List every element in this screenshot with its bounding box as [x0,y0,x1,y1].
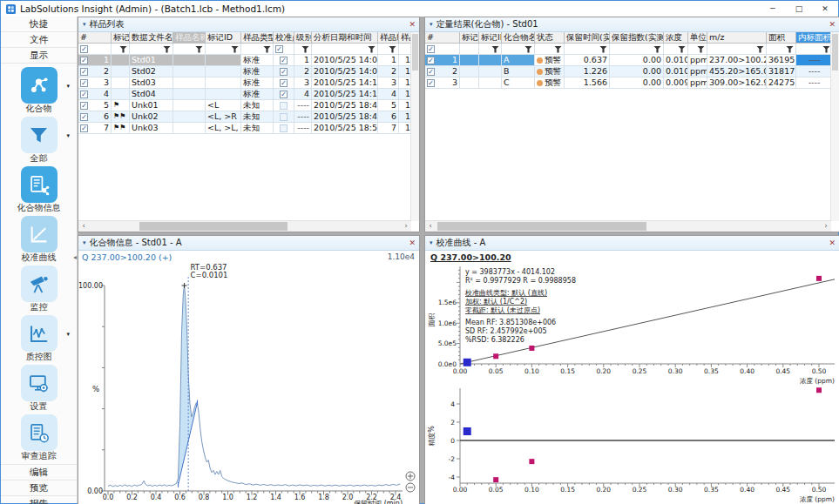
table-cell[interactable] [460,66,479,77]
table-cell[interactable] [112,77,130,89]
table-cell[interactable]: 1 [294,55,312,66]
table-cell[interactable]: ✓3 [425,77,460,89]
horizontal-scrollbar[interactable]: ‹ › [425,220,831,232]
table-cell[interactable]: 未知 [241,123,274,134]
checkbox[interactable]: ✓ [280,79,288,87]
table-cell[interactable]: ✓1 [425,55,460,66]
filter-funnel-icon[interactable] [524,46,532,53]
sidebar-tab-2[interactable]: 文件 [1,32,77,48]
table-cell[interactable] [460,77,479,89]
column-header[interactable]: 标记 [112,32,130,44]
table-cell[interactable]: 2010/5/25 18:45:59 [312,100,378,111]
checkbox[interactable]: ✓ [427,68,435,76]
table-cell[interactable]: 未知 [241,111,274,123]
column-header[interactable]: 级别 [294,32,312,44]
residual-point[interactable] [493,477,498,482]
filter-funnel-icon[interactable] [231,46,239,53]
table-cell[interactable]: ppm [688,55,707,66]
table-row[interactable]: ✓5⚑Unk01<L未知----2010/5/25 18:45:5951 [78,100,413,111]
filter-cell[interactable] [767,44,796,55]
column-header[interactable]: 样品瓶 [378,32,399,44]
close-icon[interactable]: ✕ [829,21,836,29]
table-cell[interactable]: 2 [294,66,312,77]
filter-funnel-icon[interactable] [653,46,661,53]
sidebar-tool-6[interactable]: ▾质控图 [1,315,77,362]
sidebar-bottom-tab-3[interactable]: 报告 [1,495,77,504]
close-icon[interactable]: ✕ [409,239,416,247]
table-cell[interactable] [460,55,479,66]
table-cell[interactable]: ✓ [274,66,294,77]
table-cell[interactable] [173,77,206,89]
checkbox[interactable]: ✓ [280,68,288,76]
dropdown-arrow-icon[interactable]: ▾ [66,83,70,90]
table-cell[interactable]: ---- [796,77,833,89]
scrollbar-thumb[interactable] [139,222,288,231]
sidebar-tool-3[interactable]: 化合物信息 [1,166,77,213]
filter-funnel-icon[interactable] [599,46,607,53]
filter-cell[interactable] [502,44,535,55]
checkbox[interactable]: ✓ [80,124,88,132]
filter-cell[interactable] [610,44,664,55]
close-icon[interactable]: ✕ [409,21,416,29]
filter-funnel-icon[interactable] [163,46,171,53]
table-cell[interactable]: ✓5 [78,100,112,111]
table-cell[interactable] [274,111,294,123]
column-header[interactable]: 标记ID [206,32,241,44]
table-cell[interactable]: 5 [378,100,399,111]
collapse-icon[interactable]: ▾ [430,21,433,28]
collapse-icon[interactable]: ▾ [430,239,433,246]
column-header[interactable]: 标记ID [479,32,502,44]
vertical-scrollbar[interactable] [410,32,419,221]
scroll-left-icon[interactable]: ‹ [78,221,89,232]
table-cell[interactable]: 0.00 [610,77,664,89]
table-cell[interactable]: ---- [796,66,833,77]
filter-cell[interactable] [535,44,565,55]
table-cell[interactable] [173,123,206,134]
table-cell[interactable]: ppm [688,77,707,89]
filter-funnel-icon[interactable] [263,46,271,53]
table-cell[interactable]: Unk02 [130,111,173,123]
calibration-point[interactable] [493,353,498,359]
table-row[interactable]: ✓1A预警0.6370.000.0101ppm237.00>100.203619… [425,55,833,66]
table-cell[interactable]: 7 [378,123,399,134]
sidebar-tool-4[interactable]: 校准曲线 [1,216,77,263]
sidebar-bottom-tab-2[interactable]: 预览 [1,480,77,495]
table-cell[interactable]: 预警 [535,77,565,89]
filter-cell[interactable] [112,44,130,55]
table-cell[interactable]: 0.0101 [664,55,688,66]
filter-cell[interactable] [312,44,378,55]
zoom-in-button[interactable] [406,472,415,480]
table-cell[interactable]: 237.00>100.20 [707,55,767,66]
sidebar-tool-5[interactable]: 监控 [1,265,77,312]
filter-cell[interactable] [796,44,833,55]
column-header[interactable]: # [425,32,460,44]
table-cell[interactable]: 3 [294,77,312,89]
checkbox[interactable]: ✓ [80,102,88,110]
checkbox[interactable]: ✓ [280,91,288,98]
column-header[interactable]: 数据文件名 [130,32,173,44]
filter-cell[interactable] [664,44,688,55]
table-cell[interactable] [112,89,130,100]
filter-funnel-icon[interactable] [822,46,830,53]
table-cell[interactable]: 24275 [767,77,796,89]
table-cell[interactable]: <L, >R [206,111,241,123]
table-cell[interactable]: ✓4 [78,89,112,100]
table-cell[interactable]: 2010/5/25 14:07:00 [312,66,378,77]
checkbox[interactable]: ✓ [80,79,88,87]
close-icon[interactable]: ✕ [829,239,836,247]
filter-cell[interactable]: ✓ [425,44,460,55]
table-cell[interactable]: 4 [378,89,399,100]
sidebar-tool-1[interactable]: ▾化合物 [1,67,77,114]
table-cell[interactable]: ⚑⚑ [112,111,130,123]
table-cell[interactable]: 1.226 [565,66,610,77]
table-cell[interactable]: 455.20>165.05 [707,66,767,77]
column-header[interactable]: 分析日期和时间 [312,32,378,44]
table-cell[interactable] [173,100,206,111]
table-cell[interactable]: ✓2 [78,66,112,77]
dropdown-arrow-icon[interactable]: ▾ [66,331,70,338]
table-cell[interactable]: 预警 [535,66,565,77]
table-cell[interactable]: 0.00 [610,66,664,77]
table-cell[interactable]: ✓ [274,55,294,66]
checkbox[interactable]: ✓ [80,68,88,76]
table-cell[interactable]: 预警 [535,55,565,66]
